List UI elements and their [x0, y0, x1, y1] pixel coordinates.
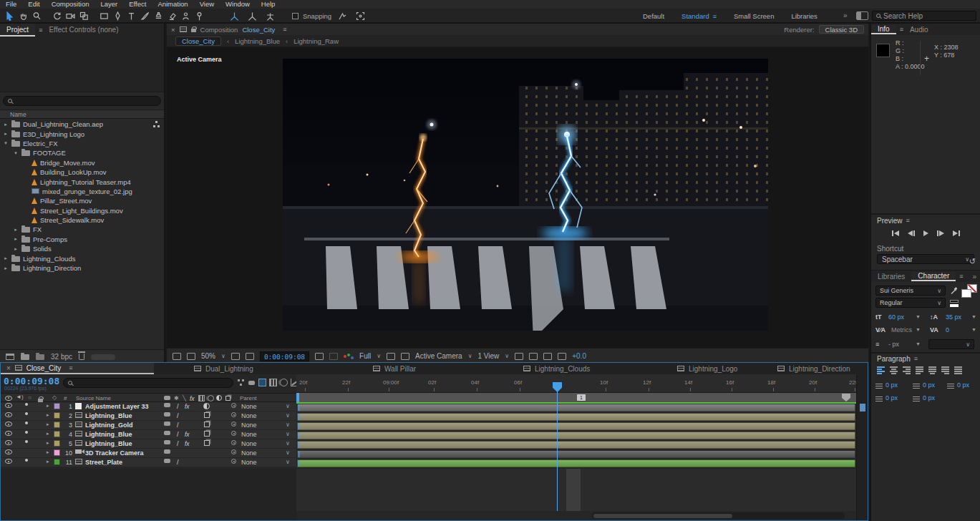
- tree-item-mixed-grunge-texture-02-jpg[interactable]: mixed_grunge_texture_02.jpg: [0, 187, 164, 196]
- space-before-value[interactable]: 0 px: [923, 381, 935, 389]
- lock-icon[interactable]: [191, 29, 196, 32]
- font-family-select[interactable]: Sui Generis∨: [875, 286, 946, 296]
- layer-name[interactable]: Adjustment Layer 33: [85, 403, 149, 410]
- selection-tool[interactable]: [3, 10, 16, 22]
- view-axis-mode-icon[interactable]: [263, 10, 277, 22]
- tree-item-dual-lightning-clean-aep[interactable]: ▸Dual_Lightning_Clean.aep: [0, 120, 164, 129]
- parent-pick-whip-icon[interactable]: [231, 431, 236, 436]
- tree-item-building-lookup-mov[interactable]: Building_LookUp.mov: [0, 167, 164, 177]
- layer-bar-street-plate[interactable]: [297, 459, 855, 467]
- tracking-value[interactable]: 0: [946, 326, 949, 333]
- time-ruler[interactable]: 20f22f09:00f02f04f06f10f12f14f16f18f20f2…: [296, 374, 856, 393]
- layer-name[interactable]: Lightning_Blue: [85, 440, 132, 447]
- menu-composition[interactable]: Composition: [46, 0, 95, 9]
- layer-row-lightning-blue[interactable]: ▸2Lightning_Blue/None∨: [1, 412, 296, 421]
- rect-tool[interactable]: [97, 10, 111, 22]
- layer-row-lightning-blue[interactable]: ▸4Lightning_Blue/fxNone∨: [1, 430, 296, 439]
- 3d-layer-icon[interactable]: [204, 422, 210, 427]
- panel-menu-icon[interactable]: ≡: [906, 217, 910, 224]
- search-help-box[interactable]: Search Help: [872, 11, 976, 21]
- kerning-value[interactable]: Metrics: [891, 326, 912, 333]
- twirl-arrow[interactable]: ▸: [47, 459, 49, 464]
- breadcrumb-close-city[interactable]: Close_City: [175, 36, 221, 46]
- align-right-button[interactable]: [901, 366, 912, 375]
- twirl-arrow[interactable]: ▸: [47, 422, 49, 427]
- layer-name[interactable]: Lightning_Blue: [85, 431, 132, 438]
- parent-value[interactable]: None: [241, 459, 257, 466]
- exposure-value[interactable]: +0.0: [572, 352, 586, 360]
- quality-switch[interactable]: /: [177, 412, 179, 419]
- parent-pick-whip-icon[interactable]: [231, 440, 236, 445]
- next-frame-button[interactable]: [937, 230, 944, 236]
- tree-item-pre-comps[interactable]: ▸Pre-Comps: [0, 235, 164, 244]
- 3d-layer-icon[interactable]: [204, 431, 210, 437]
- workspace-bar-icon[interactable]: [856, 11, 868, 20]
- layer-bar-lightning-blue[interactable]: [297, 441, 855, 449]
- parent-value[interactable]: None: [241, 440, 257, 447]
- shy-layers-icon[interactable]: [248, 379, 256, 386]
- layer-row-3d-tracker-camera[interactable]: ▸103D Tracker CameraNone∨: [1, 449, 296, 458]
- justify-all-button[interactable]: [953, 366, 964, 375]
- shy-icon[interactable]: [164, 440, 170, 444]
- work-area-start[interactable]: [296, 393, 299, 402]
- eye-icon[interactable]: [5, 422, 12, 427]
- puppet-pin-tool[interactable]: [193, 10, 206, 22]
- chevron-down-icon[interactable]: ∨: [286, 412, 290, 419]
- composition-viewer[interactable]: Active Camera: [167, 47, 868, 348]
- close-icon[interactable]: ×: [171, 26, 175, 34]
- solo-dot[interactable]: [25, 422, 28, 424]
- hand-tool[interactable]: [16, 10, 30, 22]
- current-timecode[interactable]: 0:00:09:08: [4, 376, 59, 386]
- disclosure-arrow[interactable]: ▸: [13, 236, 19, 242]
- camera-tool[interactable]: [64, 10, 77, 22]
- more-workspaces-chevron[interactable]: »: [843, 11, 848, 19]
- label-color-chip[interactable]: [54, 449, 60, 456]
- motion-blur-icon[interactable]: [280, 379, 288, 386]
- snapshot-icon[interactable]: [315, 353, 324, 360]
- label-color-chip[interactable]: [54, 403, 60, 409]
- more-tabs-chevron[interactable]: »: [972, 273, 980, 281]
- justify-last-left-button[interactable]: [914, 366, 925, 375]
- label-color-chip[interactable]: [54, 440, 60, 447]
- menu-window[interactable]: Window: [220, 0, 256, 9]
- chevron-down-icon[interactable]: ▼: [916, 341, 921, 346]
- shy-icon[interactable]: [164, 449, 170, 454]
- parent-pick-whip-icon[interactable]: [231, 412, 236, 417]
- panel-menu-icon[interactable]: ≡: [283, 26, 286, 33]
- disclosure-arrow[interactable]: ▾: [13, 150, 19, 156]
- timeline-tab-lightning-clouds[interactable]: Lightning_Clouds: [523, 363, 590, 374]
- 3d-layer-icon[interactable]: [204, 412, 210, 418]
- label-color-chip[interactable]: [54, 422, 60, 428]
- solo-dot[interactable]: [25, 403, 28, 406]
- leading-value[interactable]: 35 px: [946, 313, 961, 321]
- video-column-icon[interactable]: [5, 396, 12, 401]
- previous-frame-button[interactable]: [908, 230, 915, 236]
- new-comp-icon[interactable]: [36, 354, 44, 360]
- layer-row-street-plate[interactable]: ▸11Street_Plate/None∨: [1, 458, 296, 467]
- region-of-interest-icon[interactable]: [387, 353, 395, 360]
- shy-icon[interactable]: [164, 403, 170, 407]
- resolution-value[interactable]: Full: [359, 352, 371, 360]
- chevron-down-icon[interactable]: ▼: [916, 314, 921, 319]
- chevron-down-icon[interactable]: ∨: [286, 459, 290, 465]
- menu-layer[interactable]: Layer: [95, 0, 124, 9]
- layer-row-lightning-blue[interactable]: ▸5Lightning_Blue/fxNone∨: [1, 439, 296, 449]
- disclosure-arrow[interactable]: ▸: [3, 255, 9, 261]
- delete-icon[interactable]: [79, 354, 84, 360]
- workspace-default[interactable]: Default: [643, 12, 664, 20]
- parent-value[interactable]: None: [241, 422, 257, 429]
- quality-switch[interactable]: /: [177, 440, 179, 447]
- indent-left-value[interactable]: 0 px: [886, 381, 898, 389]
- layer-row-adjustment-layer-33[interactable]: ▸1Adjustment Layer 33/fxNone∨: [1, 402, 296, 412]
- rotate-tool[interactable]: [50, 10, 64, 22]
- adjustment-layer-icon[interactable]: [203, 403, 210, 409]
- tree-item-solids[interactable]: ▸Solids: [0, 244, 164, 253]
- 3d-layer-icon[interactable]: [204, 440, 210, 446]
- chevron-down-icon[interactable]: ∨: [286, 422, 290, 428]
- comp-marker-bin-icon[interactable]: [842, 394, 850, 401]
- shortcut-dropdown[interactable]: Spacebar ∨: [877, 254, 974, 264]
- fx-switch[interactable]: fx: [185, 431, 190, 438]
- layer-bar-lightning-blue[interactable]: [297, 432, 855, 439]
- first-line-indent-value[interactable]: 0 px: [886, 394, 898, 401]
- pen-tool[interactable]: [111, 10, 125, 22]
